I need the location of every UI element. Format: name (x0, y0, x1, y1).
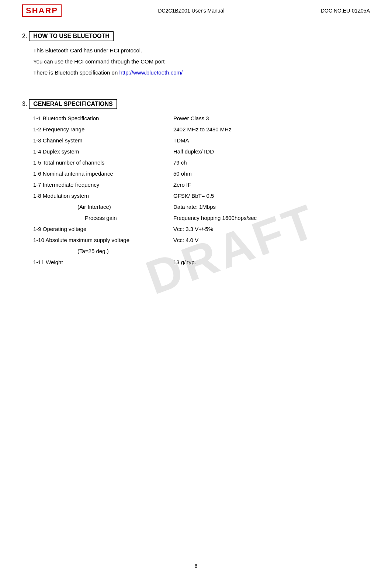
spec-row: 1-10 Absolute maximum supply voltageVcc:… (33, 236, 370, 245)
page-number: 6 (195, 563, 198, 569)
header-doc-number: DOC NO.EU-01Z05A (321, 8, 370, 14)
spec-row: 1-3 Channel systemTDMA (33, 136, 370, 145)
section2-para2: You can use the HCI command through the … (33, 57, 370, 66)
page-header: SHARP DC2C1BZ001 User's Manual DOC NO.EU… (22, 0, 370, 20)
spec-row: 1-7 Intermediate frequencyZero IF (33, 180, 370, 189)
spec-value: GFSK/ BbT= 0.5 (173, 191, 370, 200)
section2-para1: This Bluetooth Card has under HCI protoc… (33, 46, 370, 55)
spec-label: 1-4 Duplex system (33, 147, 173, 156)
spec-value: Half duplex/TDD (173, 147, 370, 156)
spec-value: 50 ohm (173, 169, 370, 178)
header-title: DC2C1BZ001 User's Manual (158, 8, 224, 14)
section2-content: This Bluetooth Card has under HCI protoc… (22, 46, 370, 77)
spec-value: Frequency hopping 1600hops/sec (173, 214, 370, 222)
logo-area: SHARP (22, 4, 62, 17)
section2-para3-prefix: There is Bluetooth specification on (33, 69, 119, 76)
spec-value: TDMA (173, 136, 370, 145)
specs-table: 1-1 Bluetooth SpecificationPower Class 3… (22, 114, 370, 267)
spec-row: 1-4 Duplex systemHalf duplex/TDD (33, 147, 370, 156)
spec-value: Power Class 3 (173, 114, 370, 123)
page: SHARP DC2C1BZ001 User's Manual DOC NO.EU… (0, 0, 392, 580)
section2-title: HOW TO USE BLUETOOTH (29, 31, 114, 41)
spec-row: 1-6 Nominal antenna impedance50 ohm (33, 169, 370, 178)
spec-label: 1-2 Frequency range (33, 125, 173, 134)
spec-value: Zero IF (173, 180, 370, 189)
spec-row: (Air Interface)Data rate: 1Mbps (33, 203, 370, 211)
section2-heading: 2. HOW TO USE BLUETOOTH (22, 31, 370, 41)
spec-row: 1-5 Total number of channels79 ch (33, 158, 370, 167)
section3-title: GENERAL SPECIFICATIONS (29, 99, 117, 109)
spec-row: 1-8 Modulation systemGFSK/ BbT= 0.5 (33, 191, 370, 200)
page-footer: 6 (0, 563, 392, 569)
spec-value: 13 g/ typ. (173, 258, 370, 267)
spec-row: 1-9 Operating voltageVcc: 3.3 V+/-5% (33, 225, 370, 234)
spec-label: 1-8 Modulation system (33, 191, 173, 200)
spec-label: 1-10 Absolute maximum supply voltage (33, 236, 173, 245)
spec-label: (Ta=25 deg.) (33, 247, 173, 256)
section3-number: 3. (22, 101, 27, 107)
spec-label: 1-1 Bluetooth Specification (33, 114, 173, 123)
spec-label: (Air Interface) (33, 203, 173, 211)
bluetooth-link[interactable]: http://www.bluetooth.com/ (119, 69, 183, 76)
spec-value: Vcc: 3.3 V+/-5% (173, 225, 370, 234)
spec-label: 1-7 Intermediate frequency (33, 180, 173, 189)
section2-number: 2. (22, 33, 27, 39)
spec-value: 79 ch (173, 158, 370, 167)
section3-heading: 3. GENERAL SPECIFICATIONS (22, 99, 370, 109)
spec-row: (Ta=25 deg.) (33, 247, 370, 256)
spec-label: Process gain (33, 214, 173, 222)
spec-label: 1-5 Total number of channels (33, 158, 173, 167)
spec-row: Process gainFrequency hopping 1600hops/s… (33, 214, 370, 222)
section2-para3: There is Bluetooth specification on http… (33, 68, 370, 77)
spec-label: 1-9 Operating voltage (33, 225, 173, 234)
spec-row: 1-1 Bluetooth SpecificationPower Class 3 (33, 114, 370, 123)
spec-value: Vcc: 4.0 V (173, 236, 370, 245)
spec-label: 1-3 Channel system (33, 136, 173, 145)
spec-value: 2402 MHz to 2480 MHz (173, 125, 370, 134)
spec-row: 1-11 Weight13 g/ typ. (33, 258, 370, 267)
spec-label: 1-6 Nominal antenna impedance (33, 169, 173, 178)
spec-value: Data rate: 1Mbps (173, 203, 370, 211)
spec-row: 1-2 Frequency range2402 MHz to 2480 MHz (33, 125, 370, 134)
spec-label: 1-11 Weight (33, 258, 173, 267)
sharp-logo: SHARP (22, 4, 62, 17)
